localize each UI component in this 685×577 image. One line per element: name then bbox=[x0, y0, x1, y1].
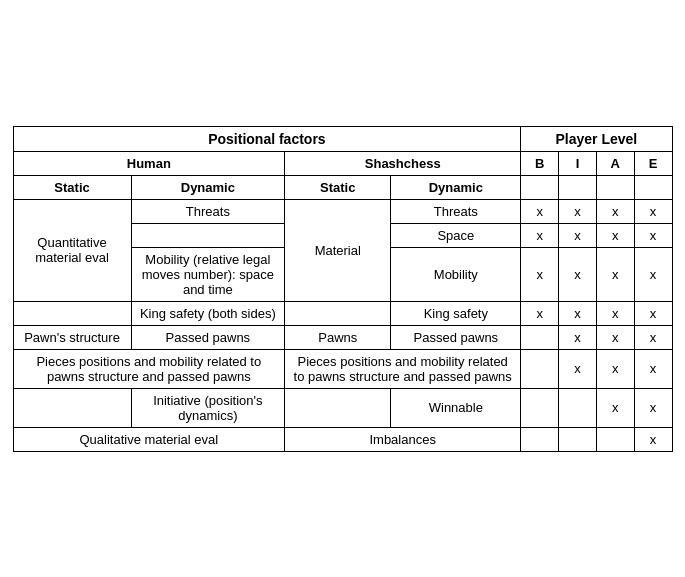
h-qualitative: Qualitative material eval bbox=[13, 427, 285, 451]
positional-factors-header: Positional factors bbox=[13, 126, 521, 151]
s-static-4 bbox=[285, 301, 391, 325]
s-static-header: Static bbox=[285, 175, 391, 199]
h-static-1: Quantitative material eval bbox=[13, 199, 131, 301]
human-header: Human bbox=[13, 151, 285, 175]
static-header: Static bbox=[13, 175, 131, 199]
s-dynamic-header: Dynamic bbox=[391, 175, 521, 199]
table-row: Pieces positions and mobility related to… bbox=[13, 349, 672, 388]
e-1: x bbox=[634, 199, 672, 223]
a-1: x bbox=[596, 199, 634, 223]
table-row: Qualitative material eval Imbalances x bbox=[13, 427, 672, 451]
h-dynamic-4: King safety (both sides) bbox=[131, 301, 285, 325]
col-a-header: A bbox=[596, 151, 634, 175]
col-b-header: B bbox=[521, 151, 559, 175]
s-dynamic-2: Space bbox=[391, 223, 521, 247]
comparison-table: Positional factors Player Level Human Sh… bbox=[13, 126, 673, 452]
s-pieces: Pieces positions and mobility related to… bbox=[285, 349, 521, 388]
h-dynamic-5: Passed pawns bbox=[131, 325, 285, 349]
h-pieces: Pieces positions and mobility related to… bbox=[13, 349, 285, 388]
player-level-header: Player Level bbox=[521, 126, 672, 151]
h-static-4 bbox=[13, 301, 131, 325]
col-i-header: I bbox=[559, 151, 597, 175]
s-dynamic-7: Winnable bbox=[391, 388, 521, 427]
s-static-7 bbox=[285, 388, 391, 427]
h-static-7 bbox=[13, 388, 131, 427]
h-static-5: Pawn's structure bbox=[13, 325, 131, 349]
table-row: Initiative (position's dynamics) Winnabl… bbox=[13, 388, 672, 427]
table-row: King safety (both sides) King safety x x… bbox=[13, 301, 672, 325]
i-1: x bbox=[559, 199, 597, 223]
header-row-1: Positional factors Player Level bbox=[13, 126, 672, 151]
s-dynamic-3: Mobility bbox=[391, 247, 521, 301]
s-static-1: Material bbox=[285, 199, 391, 301]
header-row-3: Static Dynamic Static Dynamic bbox=[13, 175, 672, 199]
table-body: Quantitative material eval Threats Mater… bbox=[13, 199, 672, 451]
main-table-wrapper: Positional factors Player Level Human Sh… bbox=[13, 126, 673, 452]
s-dynamic-4: King safety bbox=[391, 301, 521, 325]
table-row: Pawn's structure Passed pawns Pawns Pass… bbox=[13, 325, 672, 349]
h-dynamic-3: Mobility (relative legal moves number): … bbox=[131, 247, 285, 301]
s-dynamic-5: Passed pawns bbox=[391, 325, 521, 349]
h-dynamic-1: Threats bbox=[131, 199, 285, 223]
shashchess-header: Shashchess bbox=[285, 151, 521, 175]
b-1: x bbox=[521, 199, 559, 223]
h-dynamic-7: Initiative (position's dynamics) bbox=[131, 388, 285, 427]
s-imbalances: Imbalances bbox=[285, 427, 521, 451]
table-row: Quantitative material eval Threats Mater… bbox=[13, 199, 672, 223]
dynamic-header: Dynamic bbox=[131, 175, 285, 199]
s-static-5: Pawns bbox=[285, 325, 391, 349]
col-e-header: E bbox=[634, 151, 672, 175]
header-row-2: Human Shashchess B I A E bbox=[13, 151, 672, 175]
s-dynamic-1: Threats bbox=[391, 199, 521, 223]
h-dynamic-2 bbox=[131, 223, 285, 247]
